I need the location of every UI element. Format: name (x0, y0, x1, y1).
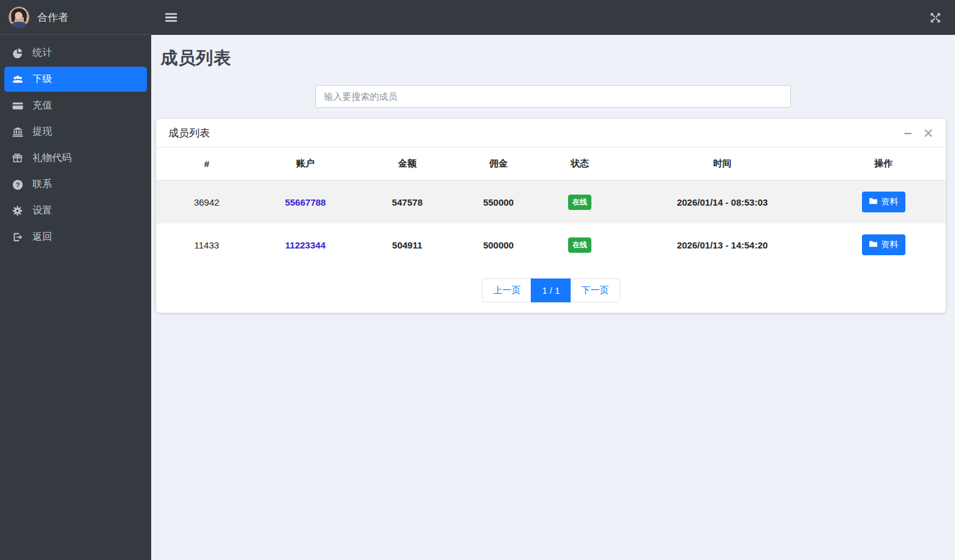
amount-value: 504911 (353, 223, 460, 266)
sidebar-menu: 统计 下级 充值 (0, 35, 151, 256)
sidebar-item-label: 返回 (32, 231, 52, 244)
expand-arrows-icon[interactable] (930, 12, 941, 23)
hamburger-icon[interactable] (165, 12, 177, 23)
profile-button[interactable]: 资料 (862, 192, 905, 212)
commission-value: 500000 (461, 223, 536, 266)
sidebar-item-label: 礼物代码 (32, 152, 72, 165)
users-icon (11, 74, 24, 85)
sidebar-item-gift-codes[interactable]: 礼物代码 (4, 146, 147, 171)
next-page-button[interactable]: 下一页 (571, 278, 620, 302)
col-header-amount: 金额 (353, 147, 460, 181)
main-content: 成员列表 成员列表 (151, 35, 955, 313)
prev-page-button[interactable]: 上一页 (482, 278, 531, 302)
member-id: 36942 (156, 181, 257, 224)
amount-value: 547578 (353, 181, 460, 224)
col-header-commission: 佣金 (461, 147, 536, 181)
credit-card-icon (11, 100, 24, 111)
account-link[interactable]: 11223344 (285, 240, 326, 250)
gift-icon (11, 153, 24, 163)
commission-value: 550000 (461, 181, 536, 224)
card-header: 成员列表 (156, 119, 946, 147)
member-id: 11433 (156, 223, 257, 266)
sidebar-item-recharge[interactable]: 充值 (4, 93, 147, 118)
minimize-icon[interactable] (902, 128, 913, 139)
svg-text:?: ? (15, 181, 20, 188)
sidebar-item-label: 统计 (32, 47, 52, 59)
status-badge: 在线 (568, 195, 591, 210)
gear-icon (11, 206, 24, 216)
card-tools (902, 128, 934, 139)
close-icon[interactable] (923, 128, 934, 138)
profile-button-label: 资料 (882, 196, 899, 207)
col-header-action: 操作 (821, 147, 946, 181)
table-row: 36942 55667788 547578 550000 在线 2026/01/… (156, 181, 946, 224)
col-header-account: 账户 (257, 147, 353, 181)
sidebar-item-label: 下级 (32, 73, 52, 86)
col-header-status: 状态 (536, 147, 623, 181)
bank-icon (11, 127, 24, 138)
topbar (151, 0, 955, 35)
member-list-card: 成员列表 # 账户 (156, 119, 946, 313)
status-badge: 在线 (568, 237, 591, 253)
sidebar-item-withdraw[interactable]: 提现 (4, 119, 147, 144)
pie-chart-icon (11, 48, 24, 58)
search-input[interactable] (315, 85, 791, 108)
profile-button-label: 资料 (882, 239, 899, 250)
sidebar-brand: 合作者 (0, 0, 151, 35)
profile-button[interactable]: 资料 (862, 234, 905, 255)
search-row (151, 85, 955, 108)
card-title: 成员列表 (168, 126, 210, 140)
sidebar-item-label: 提现 (32, 125, 52, 138)
sign-out-icon (11, 232, 24, 242)
sidebar-item-subordinates[interactable]: 下级 (4, 67, 147, 92)
sidebar-item-label: 设置 (32, 204, 52, 217)
folder-icon (869, 196, 878, 207)
sidebar-item-contact[interactable]: ? 联系 (4, 172, 147, 197)
pagination: 上一页 1 / 1 下一页 (156, 266, 946, 313)
table-header-row: # 账户 金额 佣金 状态 时间 操作 (156, 147, 946, 181)
sidebar-item-back[interactable]: 返回 (4, 225, 147, 250)
brand-label: 合作者 (37, 10, 69, 24)
sidebar-item-settings[interactable]: 设置 (4, 198, 147, 223)
page-title: 成员列表 (160, 47, 955, 70)
question-circle-icon: ? (11, 179, 24, 190)
sidebar-item-statistics[interactable]: 统计 (4, 40, 147, 65)
user-photo-avatar (9, 7, 29, 28)
sidebar: 合作者 统计 下级 (0, 0, 151, 560)
account-link[interactable]: 55667788 (285, 197, 326, 207)
members-table: # 账户 金额 佣金 状态 时间 操作 36942 55667788 54757… (156, 147, 946, 266)
sidebar-item-label: 联系 (32, 178, 52, 191)
col-header-id: # (156, 147, 257, 181)
time-value: 2026/01/13 - 14:54:20 (624, 223, 822, 266)
current-page-indicator[interactable]: 1 / 1 (531, 278, 571, 302)
col-header-time: 时间 (624, 147, 822, 181)
table-row: 11433 11223344 504911 500000 在线 2026/01/… (156, 223, 946, 266)
folder-icon (869, 239, 878, 250)
sidebar-item-label: 充值 (32, 99, 52, 112)
time-value: 2026/01/14 - 08:53:03 (624, 181, 822, 224)
